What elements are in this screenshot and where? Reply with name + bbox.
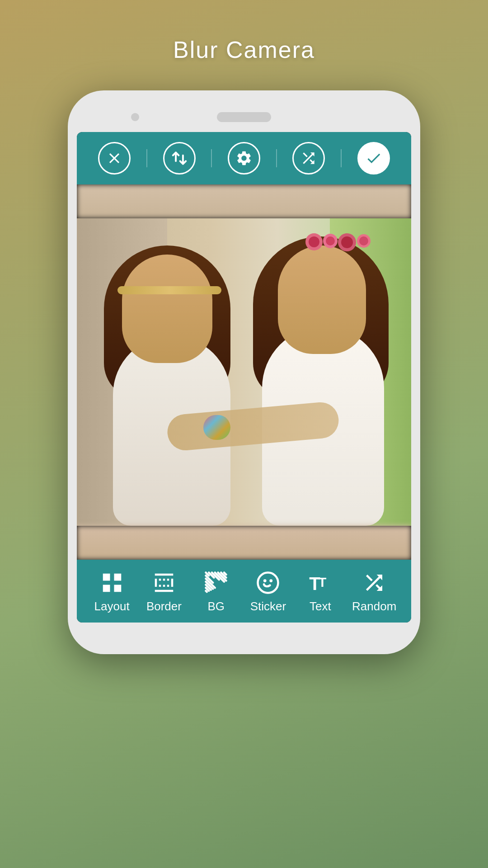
- layout-label: Layout: [94, 599, 130, 613]
- border-icon: [152, 571, 176, 595]
- texture-icon: [204, 571, 228, 595]
- svg-point-0: [258, 573, 278, 593]
- svg-text:T: T: [318, 575, 326, 590]
- layout-button[interactable]: Layout: [92, 571, 132, 613]
- bottom-toolbar: Layout Border BG: [77, 560, 411, 623]
- text-label: Text: [310, 599, 331, 613]
- blur-bottom: [77, 526, 411, 560]
- sticker-button[interactable]: Sticker: [248, 571, 288, 613]
- top-toolbar: [77, 132, 411, 184]
- random-label: Random: [352, 599, 396, 613]
- sticker-label: Sticker: [250, 599, 286, 613]
- bg-label: BG: [207, 599, 225, 613]
- flower-1: [309, 236, 319, 247]
- blur-top: [77, 184, 411, 218]
- divider-2: [211, 149, 212, 167]
- phone-top-bar: [77, 104, 411, 132]
- svg-point-1: [263, 579, 267, 582]
- random-button[interactable]: Random: [352, 571, 396, 613]
- sticker-icon: [256, 571, 280, 595]
- bracelets: [203, 415, 230, 440]
- girl2-face: [278, 245, 366, 354]
- svg-point-2: [270, 579, 273, 582]
- girls-scene: [77, 218, 411, 526]
- app-title: Blur Camera: [173, 36, 315, 63]
- shuffle-button[interactable]: [292, 142, 325, 175]
- phone-speaker: [217, 112, 271, 122]
- flower-4: [359, 236, 368, 245]
- text-icon: T T: [308, 571, 333, 595]
- bg-button[interactable]: BG: [196, 571, 236, 613]
- photo-area: [77, 184, 411, 560]
- confirm-button[interactable]: [357, 142, 390, 175]
- phone-screen: Layout Border BG: [77, 132, 411, 623]
- main-photo: [77, 218, 411, 526]
- divider-4: [341, 149, 342, 167]
- text-button[interactable]: T T Text: [300, 571, 341, 613]
- flower-2: [326, 236, 335, 245]
- close-button[interactable]: [98, 142, 131, 175]
- girl1-face: [122, 255, 212, 363]
- divider-3: [276, 149, 277, 167]
- random-icon: [362, 571, 386, 595]
- flower-3: [341, 236, 353, 248]
- phone-camera: [131, 113, 139, 121]
- phone-device: Layout Border BG: [68, 90, 420, 654]
- grid-icon: [100, 571, 124, 595]
- divider-1: [146, 149, 147, 167]
- settings-button[interactable]: [228, 142, 260, 175]
- girl1-headband: [117, 286, 221, 294]
- swap-button[interactable]: [163, 142, 196, 175]
- border-button[interactable]: Border: [144, 571, 184, 613]
- girl2-flower-crown: [309, 236, 368, 248]
- border-label: Border: [146, 599, 182, 613]
